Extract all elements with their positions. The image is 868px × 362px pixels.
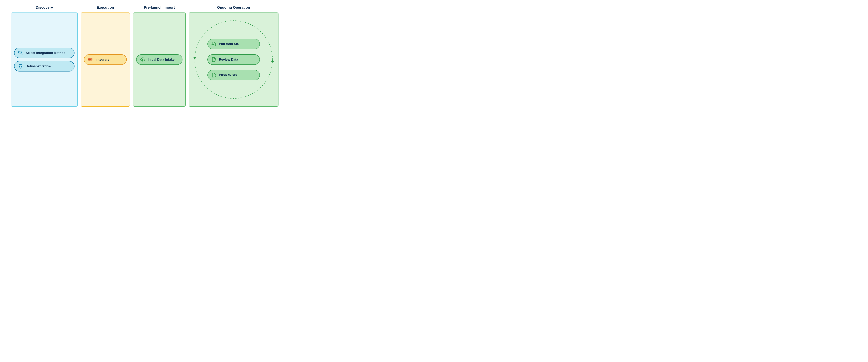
- svg-point-8: [89, 60, 90, 61]
- phase-title: Pre-launch Import: [144, 5, 175, 9]
- step-initial-data-intake: Initial Data Intake: [136, 54, 182, 65]
- step-push-to-sis: Push to SIS: [208, 70, 260, 80]
- phase-box-execution: Integrate: [81, 12, 130, 107]
- phase-title: Execution: [97, 5, 114, 9]
- phase-execution: Execution Integrate: [81, 5, 130, 107]
- phase-box-ongoing: Pull from SIS Review Data: [189, 12, 278, 107]
- phase-ongoing: Ongoing Operation: [189, 5, 278, 107]
- svg-point-6: [89, 58, 90, 59]
- step-select-integration-method: Select Integration Method: [14, 48, 74, 58]
- file-check-icon: [211, 57, 216, 62]
- svg-marker-12: [271, 60, 274, 62]
- integration-phases-diagram: Discovery Select Integration Method: [0, 0, 289, 112]
- phase-discovery: Discovery Select Integration Method: [11, 5, 78, 107]
- sliders-icon: [88, 57, 93, 62]
- step-define-workflow: Define Workflow: [14, 61, 74, 72]
- tap-icon: [18, 63, 23, 69]
- step-label: Define Workflow: [26, 64, 51, 68]
- step-label: Select Integration Method: [26, 51, 65, 55]
- svg-line-1: [21, 54, 23, 55]
- step-label: Review Data: [219, 58, 238, 61]
- step-label: Initial Data Intake: [148, 58, 175, 61]
- step-label: Push to SIS: [219, 73, 237, 77]
- file-import-icon: [211, 41, 216, 47]
- svg-point-2: [20, 53, 20, 53]
- phase-box-discovery: Select Integration Method Define Workflo…: [11, 12, 78, 107]
- phase-box-prelaunch: Initial Data Intake: [133, 12, 186, 107]
- magnifier-question-icon: [18, 50, 23, 56]
- step-integrate: Integrate: [84, 54, 127, 65]
- svg-point-7: [91, 59, 92, 60]
- phase-prelaunch: Pre-launch Import Initial Data Intake: [133, 5, 186, 107]
- phase-title: Ongoing Operation: [217, 5, 250, 9]
- step-label: Pull from SIS: [219, 42, 239, 46]
- svg-marker-11: [193, 57, 196, 60]
- cycle-wrap: Pull from SIS Review Data: [192, 18, 275, 101]
- step-pull-from-sis: Pull from SIS: [208, 39, 260, 49]
- cloud-download-icon: [140, 57, 145, 62]
- phase-title: Discovery: [36, 5, 53, 9]
- file-export-icon: [211, 73, 216, 78]
- step-label: Integrate: [95, 58, 109, 61]
- step-review-data: Review Data: [208, 54, 260, 65]
